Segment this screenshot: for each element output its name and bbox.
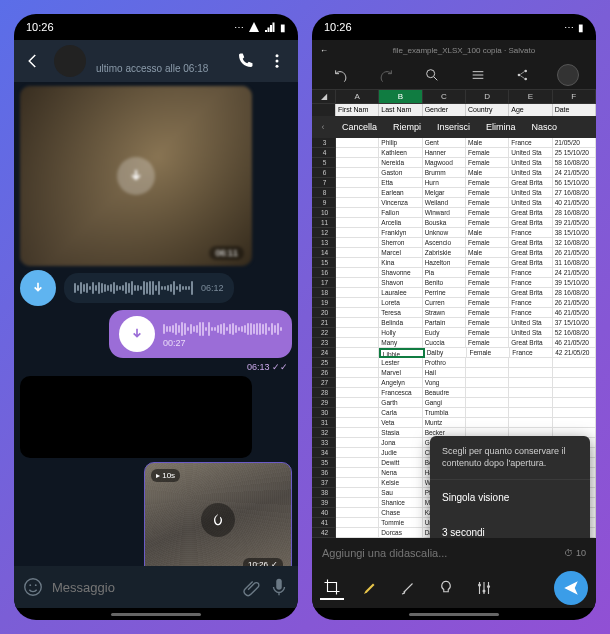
status-bar: 10:26 ⋯ ▮ [14,14,298,40]
table-row[interactable]: 18LauraleePerrineFemaleGreat Brita28 16/… [312,288,596,298]
highlight-tool[interactable] [358,576,382,600]
share-button[interactable] [511,63,535,87]
undo-button[interactable] [329,63,353,87]
table-row[interactable]: 3PhilipGentMaleFrance21/05/20 [312,138,596,148]
table-row[interactable]: 11ArceliaBouskaFemaleGreat Brita39 21/05… [312,218,596,228]
waveform [74,279,193,297]
chat-header: ultimo accesso alle 06:18 [14,40,298,82]
download-icon[interactable] [119,316,155,352]
table-row[interactable]: 23ManyCucciaFemaleGreat Brita46 21/05/20 [312,338,596,348]
account-avatar[interactable] [557,64,579,86]
retention-popup: Scegli per quanto conservare il contenut… [430,436,590,538]
table-row[interactable]: 27AngelynVong [312,378,596,388]
col-c[interactable]: C [423,90,466,103]
table-row[interactable]: 10FallonWinwardFemaleGreat Brita28 16/08… [312,208,596,218]
timer-badge: ▸ 10s [151,469,180,482]
table-row[interactable]: 26MarvelHail [312,368,596,378]
voice-message-in[interactable]: 06:12 [20,270,292,306]
bottom-toolbar [312,568,596,608]
black-message[interactable] [20,376,252,458]
table-row[interactable]: 28FrancescaBeaudre [312,388,596,398]
corner-cell[interactable]: ◢ [312,90,336,103]
mic-button[interactable] [268,576,290,598]
table-row[interactable]: 21BelindaPartainFemaleUnited Sta37 15/10… [312,318,596,328]
contact-name [96,49,224,63]
ctx-delete[interactable]: Elimina [478,122,524,132]
col-f[interactable]: F [553,90,596,103]
brush-tool[interactable] [396,576,420,600]
table-row[interactable]: 13SherronAscencioFemaleGreat Brita32 16/… [312,238,596,248]
redo-button[interactable] [374,63,398,87]
chat-avatar[interactable] [54,45,86,77]
popup-opt-single[interactable]: Singola visione [430,480,590,515]
more-button[interactable] [266,52,288,70]
table-row[interactable]: 25LesterProthro [312,358,596,368]
caption-input[interactable] [322,547,564,559]
download-icon[interactable] [117,157,155,195]
table-row[interactable]: 15KinaHazeltonFemaleGreat Brita31 16/08/… [312,258,596,268]
call-button[interactable] [234,52,256,70]
messages-area[interactable]: 06:11 06:12 00:27 06:13 ✓✓ ▸ 10s 10 [14,82,298,566]
context-menu: ‹ Cancella Riempi Inserisci Elimina Nasc… [312,116,596,138]
file-title: file_example_XLSX_100 copia · Salvato [340,46,588,55]
voice-message-out[interactable]: 00:27 [20,310,292,358]
popup-opt-3s[interactable]: 3 secondi [430,515,590,538]
table-row[interactable]: 16ShavonnePiaFemaleFrance24 21/05/20 [312,268,596,278]
back-button[interactable]: ← [320,46,334,55]
status-icons: ⋯▮ [564,22,584,33]
menu-prev[interactable]: ‹ [312,122,334,132]
caption-bar: ⏱ 10 [312,538,596,568]
table-row[interactable]: 14MarcelZabriskieMaleGreat Brita26 21/05… [312,248,596,258]
table-row[interactable]: 6GastonBrummMaleUnited Sta24 21/05/20 [312,168,596,178]
crop-tool[interactable] [320,576,344,600]
ctx-hide[interactable]: Nasco [524,122,566,132]
col-d[interactable]: D [466,90,509,103]
nav-bar [14,608,298,620]
back-button[interactable] [24,52,44,70]
table-row[interactable]: 7EttaHurnFemaleGreat Brita56 15/10/20 [312,178,596,188]
col-e[interactable]: E [509,90,552,103]
message-input[interactable] [52,580,230,595]
table-row[interactable]: 24LibbieDalbyFemaleFrance42 21/05/20 [312,348,596,358]
status-icons: ⋯ ▮ [234,21,286,33]
svg-point-8 [518,73,521,76]
menu-button[interactable] [466,63,490,87]
svg-point-3 [25,579,42,596]
table-row[interactable]: 4KathleenHannerFemaleUnited Sta25 15/10/… [312,148,596,158]
table-row[interactable]: 22HollyEudyFemaleUnited Sta52 16/08/20 [312,328,596,338]
svg-point-9 [525,69,528,72]
download-icon[interactable] [20,270,56,306]
file-title-bar: ← file_example_XLSX_100 copia · Salvato [312,40,596,60]
table-row[interactable]: 31VetaMuntz [312,418,596,428]
table-row[interactable]: 9VincenzaWeilandFemaleUnited Sta40 21/05… [312,198,596,208]
table-row[interactable]: 20TeresaStrawnFemaleFrance46 21/05/20 [312,308,596,318]
popup-header: Scegli per quanto conservare il contenut… [430,436,590,480]
attach-button[interactable] [238,576,260,598]
last-seen: ultimo accesso alle 06:18 [96,63,224,74]
table-row[interactable]: 19LoretaCurrenFemaleFrance26 21/05/20 [312,298,596,308]
table-row[interactable]: 5NereidaMagwoodFemaleUnited Sta58 16/08/… [312,158,596,168]
table-row[interactable]: 12FranklynUnknowMaleFrance38 15/10/20 [312,228,596,238]
disappearing-media[interactable]: ▸ 10s 10:26✓ [144,462,292,566]
ctx-cancel[interactable]: Cancella [334,122,385,132]
ctx-fill[interactable]: Riempi [385,122,429,132]
adjust-tool[interactable] [472,576,496,600]
svg-point-11 [478,584,481,587]
waveform [163,320,282,338]
search-button[interactable] [420,63,444,87]
message-input-bar [14,566,298,608]
col-b[interactable]: B [379,90,422,103]
table-row[interactable]: 8EarleanMelgarFemaleUnited Sta27 16/08/2… [312,188,596,198]
table-row[interactable]: 29GarthGangi [312,398,596,408]
image-message[interactable]: 06:11 [20,86,252,266]
ctx-insert[interactable]: Inserisci [429,122,478,132]
send-button[interactable] [554,571,588,605]
idea-tool[interactable] [434,576,458,600]
col-a[interactable]: A [336,90,379,103]
svg-point-10 [525,77,528,80]
spreadsheet-grid[interactable]: 3PhilipGentMaleFrance21/05/204KathleenHa… [312,138,596,538]
emoji-button[interactable] [22,576,44,598]
timer-label[interactable]: ⏱ 10 [564,548,586,558]
table-row[interactable]: 30CarlaTrumbla [312,408,596,418]
table-row[interactable]: 17ShavonBenitoFemaleFrance39 15/10/20 [312,278,596,288]
